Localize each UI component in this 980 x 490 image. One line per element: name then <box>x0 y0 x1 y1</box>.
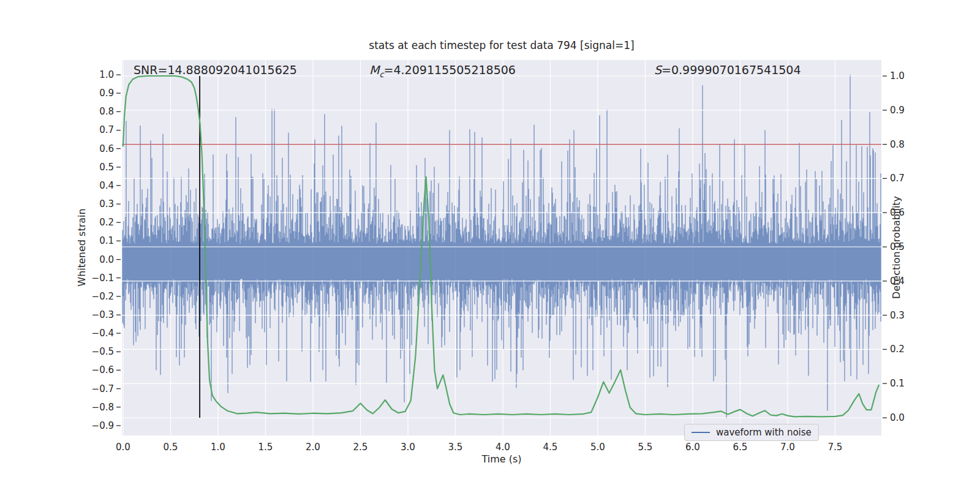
x-tick-label: 2.0 <box>300 442 326 453</box>
x-tick-label: 7.0 <box>774 442 801 453</box>
chart-title: stats at each timestep for test data 794… <box>122 39 881 51</box>
x-tick-label: 3.5 <box>442 442 469 453</box>
snr-annotation: SNR=14.888092041015625 <box>134 63 297 77</box>
y-left-tick-label: 0.6 <box>85 143 114 154</box>
y-left-tick-label: −0.7 <box>85 383 114 394</box>
x-tick-label: 4.5 <box>537 442 564 453</box>
x-tick-label: 4.0 <box>489 442 516 453</box>
legend: waveform with noise <box>684 424 819 441</box>
y-right-tick-label: 0.1 <box>890 378 905 389</box>
stat-symbol: S <box>654 63 662 77</box>
y-right-tick-label: 0.9 <box>890 105 905 116</box>
y-left-tick-label: −0.1 <box>85 273 114 284</box>
y-left-tick-label: 0.3 <box>85 198 114 209</box>
y-left-tick-label: 0.8 <box>85 106 114 117</box>
stat-annotation: S=0.9999070167541504 <box>654 63 801 77</box>
y-left-tick-label: −0.8 <box>85 402 114 413</box>
y-right-tick-label: 0.4 <box>890 276 905 287</box>
y-left-tick-label: −0.5 <box>85 346 114 357</box>
y-left-tick-label: 0.1 <box>85 235 114 246</box>
legend-line-sample <box>692 432 710 433</box>
y-right-tick-label: 0.5 <box>890 241 905 252</box>
chirp-mass-annotation: Mc=4.209115505218506 <box>369 63 516 79</box>
x-tick-label: 1.5 <box>252 442 279 453</box>
y-left-tick-label: 0.0 <box>85 254 114 265</box>
x-tick-label: 6.0 <box>679 442 706 453</box>
y-left-tick-label: 0.2 <box>85 217 114 228</box>
x-tick-label: 0.5 <box>157 442 184 453</box>
x-axis-label: Time (s) <box>122 453 881 465</box>
legend-label: waveform with noise <box>716 427 812 438</box>
y-left-tick-label: −0.3 <box>85 309 114 320</box>
y-right-tick-label: 0.6 <box>890 207 905 218</box>
y-left-tick-label: 0.7 <box>85 124 114 135</box>
y-right-tick-label: 1.0 <box>890 70 905 81</box>
y-right-tick-label: 0.8 <box>890 139 905 150</box>
y-left-tick-label: −0.4 <box>85 328 114 339</box>
x-tick-label: 7.5 <box>822 442 849 453</box>
y-right-tick-label: 0.0 <box>890 412 905 423</box>
x-tick-label: 5.5 <box>632 442 659 453</box>
y-left-tick-label: −0.2 <box>85 291 114 302</box>
chirp-mass-symbol: M <box>369 63 379 77</box>
y-left-tick-label: 1.0 <box>85 69 114 80</box>
chirp-mass-value: =4.209115505218506 <box>384 63 516 77</box>
x-tick-label: 2.5 <box>347 442 374 453</box>
y-left-tick-label: −0.9 <box>85 420 114 431</box>
y-right-tick-label: 0.2 <box>890 344 905 355</box>
x-tick-label: 6.5 <box>727 442 754 453</box>
chirp-mass-subscript: c <box>379 70 383 79</box>
x-tick-label: 3.0 <box>394 442 421 453</box>
y-left-tick-label: 0.9 <box>85 88 114 99</box>
x-tick-label: 0.0 <box>110 442 137 453</box>
x-tick-label: 5.0 <box>584 442 611 453</box>
x-tick-label: 1.0 <box>205 442 232 453</box>
stat-value: =0.9999070167541504 <box>662 63 801 77</box>
y-right-tick-label: 0.7 <box>890 173 905 184</box>
y-left-tick-label: 0.4 <box>85 180 114 191</box>
snr-text: SNR=14.888092041015625 <box>134 63 297 77</box>
y-left-tick-label: −0.6 <box>85 364 114 375</box>
y-right-tick-label: 0.3 <box>890 310 905 321</box>
figure: stats at each timestep for test data 794… <box>0 0 980 490</box>
y-left-tick-label: 0.5 <box>85 162 114 173</box>
